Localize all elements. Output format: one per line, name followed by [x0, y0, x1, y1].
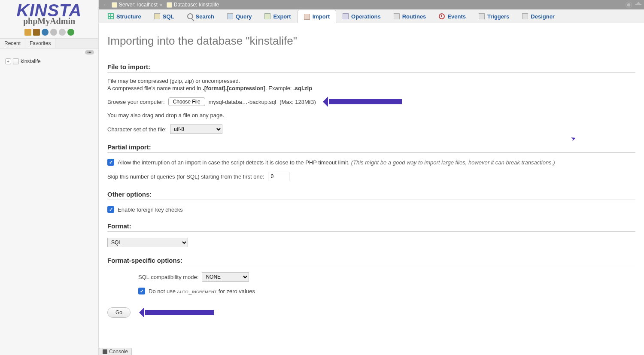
bc-sep: » [159, 2, 162, 8]
charset-label: Character set of the file: [107, 126, 167, 133]
tab-query-label: Query [236, 13, 252, 20]
logout-icon[interactable] [33, 29, 40, 36]
import-icon [304, 14, 310, 20]
back-icon[interactable]: ← [101, 2, 109, 8]
sidebar-pager: ••• [0, 49, 98, 55]
query-icon [227, 13, 233, 19]
noauto-text-b: auto_increment [177, 288, 217, 294]
db-tree: + kinstalife [0, 55, 98, 67]
tab-recent[interactable]: Recent [0, 39, 25, 48]
triggers-icon [479, 13, 485, 19]
tab-export-label: Export [273, 13, 291, 20]
export-icon [264, 13, 270, 19]
sql-icon [154, 13, 160, 19]
skip-label: Skip this number of queries (for SQL) st… [107, 173, 264, 180]
no-autoincrement-checkbox[interactable] [138, 288, 145, 294]
settings-icon[interactable] [59, 29, 66, 36]
logo-block: KINSTA phpMyAdmin [0, 0, 98, 27]
brand-logo: KINSTA [3, 3, 95, 18]
cursor-pointer-icon: ➤ [570, 134, 577, 142]
tab-structure[interactable]: Structure [101, 9, 148, 23]
search-icon [187, 13, 193, 19]
page-settings-icon[interactable] [626, 2, 632, 8]
format-select[interactable]: SQL [107, 238, 188, 247]
noauto-text-c: for zero values [217, 288, 255, 294]
browse-row: Browse your computer: Choose File mysql-… [107, 97, 635, 106]
bc-database[interactable]: Database: kinstalife [167, 2, 219, 8]
section-file: File to import: [107, 63, 635, 73]
allow-interrupt-checkbox[interactable] [107, 159, 114, 166]
go-button[interactable]: Go [107, 307, 131, 318]
file-desc2c: . Example: [265, 85, 293, 91]
tab-import-label: Import [313, 13, 330, 20]
tab-routines-label: Routines [402, 13, 426, 20]
tab-designer-label: Designer [531, 13, 555, 20]
main-tabs: Structure SQL Search Query Export Import… [99, 9, 644, 23]
charset-select[interactable]: utf-8 [170, 124, 222, 134]
tab-structure-label: Structure [116, 13, 141, 20]
tab-query[interactable]: Query [221, 9, 258, 23]
annotation-arrow-icon [329, 99, 402, 104]
go-row: Go [107, 307, 635, 318]
section-format: Format: [107, 222, 635, 232]
annotation-arrow-icon [145, 310, 214, 315]
nav-reload-icon[interactable] [67, 29, 74, 36]
collapse-icon[interactable] [635, 4, 641, 6]
fk-row: Enable foreign key checks [107, 206, 635, 213]
tree-toggle-icon[interactable]: + [5, 58, 11, 64]
skip-input[interactable] [268, 172, 289, 181]
database-icon [13, 58, 19, 64]
tab-operations[interactable]: Operations [336, 9, 387, 23]
noauto-row: Do not use auto_increment for zero value… [138, 288, 635, 294]
tab-events-label: Events [447, 13, 466, 20]
bc-db-label: Database: [174, 2, 197, 8]
file-desc2a: A compressed file's name must end in [107, 85, 203, 91]
designer-icon [522, 13, 528, 19]
choose-file-button[interactable]: Choose File [168, 97, 205, 106]
compat-select[interactable]: NONE [202, 272, 249, 282]
tab-events[interactable]: Events [432, 9, 472, 23]
sidebar: KINSTA phpMyAdmin Recent Favorites ••• +… [0, 0, 99, 355]
tab-designer[interactable]: Designer [516, 9, 561, 23]
structure-icon [108, 13, 114, 19]
tab-sql-label: SQL [163, 13, 174, 20]
allow-interrupt-text: Allow the interruption of an import in c… [118, 159, 351, 166]
section-fso: Format-specific options: [107, 257, 635, 266]
reload-icon[interactable] [50, 29, 57, 36]
bc-server[interactable]: Server: localhost [112, 2, 158, 8]
tab-search[interactable]: Search [181, 9, 221, 23]
tab-operations-label: Operations [351, 13, 381, 20]
tab-triggers[interactable]: Triggers [472, 9, 516, 23]
db-tree-item[interactable]: + kinstalife [3, 57, 95, 66]
compat-row: SQL compatibility mode: NONE [138, 272, 635, 282]
tab-routines[interactable]: Routines [387, 9, 433, 23]
console-tab[interactable]: Console [99, 348, 132, 355]
compat-label: SQL compatibility mode: [138, 274, 198, 280]
console-label: Console [109, 349, 128, 355]
db-link[interactable]: kinstalife [21, 58, 41, 64]
routines-icon [394, 13, 400, 19]
bc-db-link[interactable]: kinstalife [199, 2, 219, 8]
tab-triggers-label: Triggers [487, 13, 509, 20]
database-icon [167, 2, 172, 8]
events-icon [439, 13, 445, 19]
file-desc1: File may be compressed (gzip, zip) or un… [107, 78, 635, 84]
tab-export[interactable]: Export [258, 9, 297, 23]
content: Importing into the database "kinstalife"… [99, 23, 644, 355]
noauto-text-a: Do not use [149, 288, 177, 294]
file-desc2b: .[format].[compression] [203, 85, 265, 91]
skip-row: Skip this number of queries (for SQL) st… [107, 172, 635, 181]
bc-server-link[interactable]: localhost [137, 2, 158, 8]
tab-import[interactable]: Import [298, 10, 336, 23]
drag-note: You may also drag and drop a file on any… [107, 112, 635, 118]
home-icon[interactable] [24, 29, 31, 36]
file-desc2d: .sql.zip [293, 85, 312, 91]
docs-icon[interactable] [42, 29, 49, 36]
file-desc2: A compressed file's name must end in .[f… [107, 85, 635, 91]
page-title: Importing into the database "kinstalife" [107, 34, 635, 48]
tab-favorites[interactable]: Favorites [25, 39, 55, 48]
charset-row: Character set of the file: utf-8 [107, 124, 635, 134]
foreign-key-checkbox[interactable] [107, 206, 114, 213]
tab-sql[interactable]: SQL [148, 9, 181, 23]
section-partial: Partial import: [107, 143, 635, 153]
